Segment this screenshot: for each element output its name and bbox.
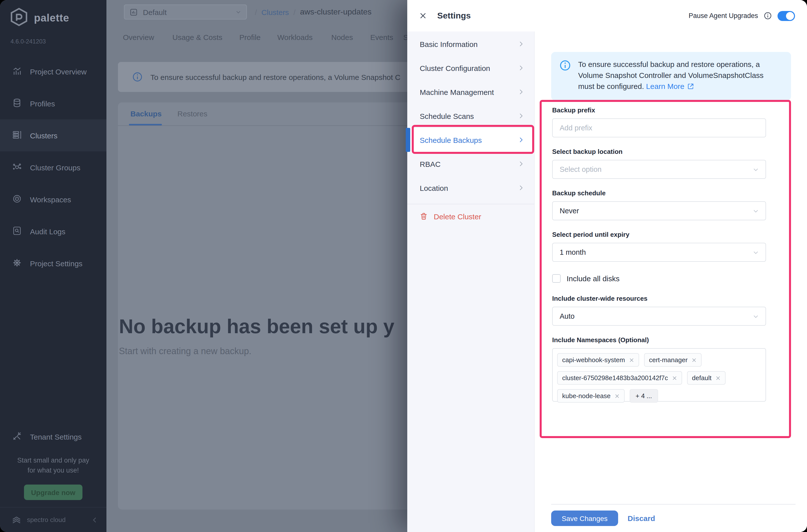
sidebar-item-label: Workspaces bbox=[30, 195, 71, 204]
nav-item-label: Location bbox=[420, 184, 448, 192]
sidebar-item-clusters[interactable]: Clusters bbox=[0, 119, 107, 151]
backup-schedule-label: Backup schedule bbox=[552, 189, 789, 197]
expiry-select[interactable]: 1 month bbox=[552, 243, 766, 262]
info-icon bbox=[132, 72, 143, 82]
tab-nodes[interactable]: Nodes bbox=[331, 33, 353, 41]
include-all-disks-group: Include all disks bbox=[552, 274, 789, 283]
settings-nav-machine-management[interactable]: Machine Management bbox=[407, 80, 534, 104]
sidebar-item-label: Cluster Groups bbox=[30, 163, 80, 172]
cluster-wide-label: Include cluster-wide resources bbox=[552, 295, 789, 303]
sidebar-item-project-settings[interactable]: Project Settings bbox=[0, 247, 107, 279]
remove-chip-icon[interactable] bbox=[716, 375, 720, 380]
settings-nav-schedule-backups[interactable]: Schedule Backups bbox=[407, 128, 534, 152]
project-selector-value: Default bbox=[143, 8, 167, 16]
app-name: palette bbox=[34, 12, 69, 24]
sidebar-footer: spectro cloud bbox=[0, 507, 107, 532]
pause-agent-upgrades-toggle[interactable] bbox=[777, 11, 795, 21]
expiry-value: 1 month bbox=[560, 248, 586, 256]
pause-agent-upgrades-label: Pause Agent Upgrades bbox=[689, 12, 758, 19]
tab-profile[interactable]: Profile bbox=[239, 33, 261, 41]
backup-schedule-value: Never bbox=[560, 207, 579, 215]
breadcrumb-separator: / bbox=[293, 8, 295, 16]
tab-overview[interactable]: Overview bbox=[123, 33, 154, 41]
backup-prefix-input[interactable] bbox=[552, 118, 766, 137]
nav-item-label: Schedule Backups bbox=[420, 136, 482, 144]
server-icon bbox=[12, 130, 22, 141]
backup-prefix-field-group: Backup prefix bbox=[552, 107, 789, 137]
settings-modal: Settings Pause Agent Upgrades Basic Info… bbox=[407, 0, 807, 532]
nav-item-label: Machine Management bbox=[420, 88, 494, 96]
remove-chip-icon[interactable] bbox=[672, 375, 677, 380]
namespace-chip: cluster-6750298e1483b3a200142f7c bbox=[557, 371, 682, 385]
nav-item-label: RBAC bbox=[420, 159, 440, 168]
backup-location-select[interactable]: Select option bbox=[552, 160, 766, 179]
gear-icon bbox=[12, 258, 22, 269]
chip-label: cluster-6750298e1483b3a200142f7c bbox=[562, 374, 668, 382]
settings-modal-header: Settings Pause Agent Upgrades bbox=[407, 0, 807, 32]
namespaces-multiselect[interactable]: capi-webhook-system cert-manager cluster… bbox=[552, 348, 766, 402]
discard-button[interactable]: Discard bbox=[625, 514, 658, 522]
sidebar-item-workspaces[interactable]: Workspaces bbox=[0, 183, 107, 215]
upgrade-now-button[interactable]: Upgrade now bbox=[24, 484, 82, 500]
sidebar-item-label: Project Overview bbox=[30, 67, 87, 76]
footer-divider bbox=[551, 504, 795, 505]
settings-nav-location[interactable]: Location bbox=[407, 176, 534, 200]
cluster-wide-value: Auto bbox=[560, 312, 575, 320]
orbit-icon bbox=[12, 194, 22, 205]
settings-nav: Basic Information Cluster Configuration … bbox=[407, 32, 535, 532]
learn-more-link[interactable]: Learn More bbox=[646, 82, 684, 90]
settings-nav-rbac[interactable]: RBAC bbox=[407, 152, 534, 176]
chevron-down-icon bbox=[753, 166, 759, 173]
database-icon bbox=[12, 98, 22, 109]
remove-chip-icon[interactable] bbox=[692, 357, 697, 362]
tab-usage-costs[interactable]: Usage & Costs bbox=[172, 33, 222, 41]
project-chart-icon bbox=[129, 8, 138, 16]
cluster-wide-select[interactable]: Auto bbox=[552, 307, 766, 326]
namespace-chip: capi-webhook-system bbox=[557, 353, 639, 367]
close-icon[interactable] bbox=[419, 12, 427, 19]
sidebar-item-profiles[interactable]: Profiles bbox=[0, 88, 107, 119]
tab-events[interactable]: Events bbox=[370, 33, 393, 41]
tab-workloads[interactable]: Workloads bbox=[277, 33, 313, 41]
remove-chip-icon[interactable] bbox=[615, 393, 620, 398]
tools-icon bbox=[12, 431, 22, 442]
settings-nav-schedule-scans[interactable]: Schedule Scans bbox=[407, 104, 534, 128]
palette-logo: palette bbox=[9, 7, 69, 29]
info-icon[interactable] bbox=[764, 12, 772, 20]
namespaces-label: Include Namespaces (Optional) bbox=[552, 336, 789, 344]
sidebar-item-tenant-settings[interactable]: Tenant Settings bbox=[0, 421, 107, 453]
save-changes-button[interactable]: Save Changes bbox=[551, 511, 618, 526]
chip-label: capi-webhook-system bbox=[562, 356, 625, 364]
backup-prefix-label: Backup prefix bbox=[552, 107, 789, 114]
chevron-right-icon bbox=[518, 65, 524, 71]
backup-location-placeholder: Select option bbox=[560, 165, 602, 173]
settings-nav-cluster-configuration[interactable]: Cluster Configuration bbox=[407, 56, 534, 80]
cluster-wide-field-group: Include cluster-wide resources Auto bbox=[552, 295, 789, 326]
spectro-cloud-label: spectro cloud bbox=[27, 516, 66, 524]
banner-text: To ensure successful backup and restore … bbox=[150, 73, 400, 81]
settings-nav-basic-information[interactable]: Basic Information bbox=[407, 32, 534, 56]
sidebar-item-project-overview[interactable]: Project Overview bbox=[0, 55, 107, 88]
delete-cluster-button[interactable]: Delete Cluster bbox=[407, 204, 534, 228]
backups-card-header: Backups Restores bbox=[118, 102, 423, 126]
breadcrumb-clusters-link[interactable]: Clusters bbox=[261, 8, 289, 16]
chevron-right-icon bbox=[518, 137, 524, 143]
more-namespaces-chip[interactable]: + 4 ... bbox=[630, 389, 658, 403]
backup-schedule-select[interactable]: Never bbox=[552, 201, 766, 220]
remove-chip-icon[interactable] bbox=[629, 357, 634, 362]
tab-restores[interactable]: Restores bbox=[177, 109, 207, 118]
upgrade-promo-text: Start small and only pay for what you us… bbox=[0, 456, 107, 476]
modal-title: Settings bbox=[437, 11, 471, 21]
sidebar-item-label: Tenant Settings bbox=[30, 432, 82, 441]
app-window: palette 4.6.0-241203 Project Overview bbox=[0, 0, 807, 532]
sidebar-item-cluster-groups[interactable]: Cluster Groups bbox=[0, 151, 107, 183]
project-selector[interactable]: Default bbox=[124, 4, 247, 19]
tab-backups[interactable]: Backups bbox=[130, 109, 162, 118]
sidebar-item-label: Audit Logs bbox=[30, 227, 65, 235]
collapse-sidebar-icon[interactable] bbox=[91, 516, 98, 523]
breadcrumb: / Clusters / aws-cluster-updates bbox=[255, 4, 372, 19]
sidebar: palette 4.6.0-241203 Project Overview bbox=[0, 0, 107, 532]
include-all-disks-checkbox[interactable] bbox=[552, 274, 561, 283]
sidebar-item-audit-logs[interactable]: Audit Logs bbox=[0, 215, 107, 247]
namespace-chip: kube-node-lease bbox=[557, 389, 625, 403]
